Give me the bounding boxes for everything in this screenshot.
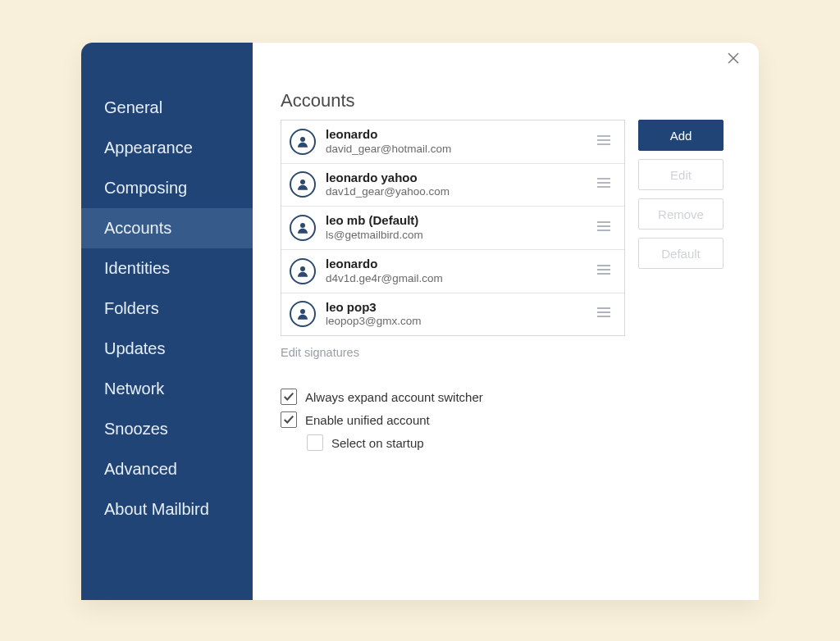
option-always-expand[interactable]: Always expand account switcher — [281, 389, 728, 405]
account-text: leonardo d4v1d.ge4r@gmail.com — [326, 257, 595, 286]
options-section: Always expand account switcher Enable un… — [281, 389, 728, 451]
drag-handle[interactable] — [595, 134, 613, 149]
person-icon — [295, 134, 310, 149]
drag-handle[interactable] — [595, 220, 613, 235]
drag-handle[interactable] — [595, 177, 613, 192]
svg-point-18 — [300, 309, 305, 314]
option-label: Always expand account switcher — [305, 390, 483, 404]
check-icon — [283, 391, 294, 402]
sidebar-item-composing[interactable]: Composing — [81, 168, 253, 208]
drag-handle[interactable] — [595, 307, 613, 321]
edit-button: Edit — [638, 159, 724, 190]
account-email: dav1d_gear@yahoo.com — [326, 185, 595, 199]
sidebar-item-accounts[interactable]: Accounts — [81, 208, 253, 248]
option-label: Enable unified account — [305, 413, 430, 427]
svg-point-14 — [300, 266, 305, 271]
drag-icon — [596, 264, 611, 275]
sidebar-item-updates[interactable]: Updates — [81, 329, 253, 369]
edit-signatures-link[interactable]: Edit signatures — [281, 346, 728, 359]
svg-point-6 — [300, 180, 305, 184]
checkbox[interactable] — [307, 434, 323, 451]
account-row[interactable]: leonardo yahoo dav1d_gear@yahoo.com — [281, 164, 624, 207]
check-icon — [283, 414, 294, 425]
account-text: leo pop3 leopop3@gmx.com — [326, 300, 595, 330]
svg-point-2 — [300, 137, 305, 142]
account-email: ls@getmailbird.com — [326, 229, 595, 243]
option-label: Select on startup — [331, 436, 424, 450]
person-icon — [295, 220, 310, 235]
drag-handle[interactable] — [595, 264, 613, 279]
checkbox[interactable] — [281, 411, 297, 428]
account-name: leonardo — [326, 257, 595, 272]
drag-icon — [596, 220, 611, 232]
avatar — [290, 171, 316, 198]
close-icon — [726, 51, 741, 66]
content-pane: Accounts leonardo david_gear@hotmail.com — [253, 43, 759, 600]
account-row[interactable]: leo pop3 leopop3@gmx.com — [281, 293, 624, 336]
account-row[interactable]: leonardo d4v1d.ge4r@gmail.com — [281, 250, 624, 293]
close-button[interactable] — [726, 51, 746, 70]
avatar — [290, 301, 316, 327]
svg-point-10 — [300, 223, 305, 228]
account-email: leopop3@gmx.com — [326, 315, 595, 329]
sidebar-item-identities[interactable]: Identities — [81, 248, 253, 289]
drag-icon — [596, 134, 611, 146]
avatar — [290, 258, 316, 284]
remove-button: Remove — [638, 198, 724, 230]
account-email: david_gear@hotmail.com — [326, 143, 595, 157]
account-text: leo mb (Default) ls@getmailbird.com — [326, 213, 595, 243]
account-name: leonardo yahoo — [326, 170, 595, 186]
person-icon — [295, 177, 310, 192]
person-icon — [295, 264, 310, 279]
account-email: d4v1d.ge4r@gmail.com — [326, 272, 595, 286]
account-text: leonardo david_gear@hotmail.com — [326, 127, 595, 157]
sidebar-item-snoozes[interactable]: Snoozes — [81, 409, 253, 449]
default-button: Default — [638, 238, 724, 269]
avatar — [290, 129, 316, 155]
account-name: leonardo — [326, 127, 595, 143]
account-name: leo mb (Default) — [326, 213, 595, 229]
option-select-startup[interactable]: Select on startup — [307, 434, 728, 451]
account-row[interactable]: leonardo david_gear@hotmail.com — [281, 120, 624, 164]
person-icon — [295, 307, 310, 321]
settings-window: General Appearance Composing Accounts Id… — [81, 43, 759, 600]
page-title: Accounts — [281, 90, 728, 111]
drag-icon — [596, 177, 611, 189]
account-name: leo pop3 — [326, 300, 595, 316]
option-unified[interactable]: Enable unified account — [281, 411, 728, 428]
avatar — [290, 215, 316, 241]
checkbox[interactable] — [281, 389, 297, 405]
accounts-list: leonardo david_gear@hotmail.com leonardo… — [281, 120, 625, 336]
sidebar: General Appearance Composing Accounts Id… — [81, 43, 253, 600]
add-button[interactable]: Add — [638, 120, 724, 151]
account-row[interactable]: leo mb (Default) ls@getmailbird.com — [281, 207, 624, 250]
sidebar-item-advanced[interactable]: Advanced — [81, 449, 253, 489]
sidebar-item-network[interactable]: Network — [81, 369, 253, 409]
sidebar-item-appearance[interactable]: Appearance — [81, 128, 253, 168]
account-text: leonardo yahoo dav1d_gear@yahoo.com — [326, 170, 595, 200]
sidebar-item-folders[interactable]: Folders — [81, 289, 253, 329]
sidebar-item-general[interactable]: General — [81, 88, 253, 128]
drag-icon — [596, 307, 611, 318]
sidebar-item-about[interactable]: About Mailbird — [81, 489, 253, 530]
account-buttons: Add Edit Remove Default — [638, 120, 724, 336]
